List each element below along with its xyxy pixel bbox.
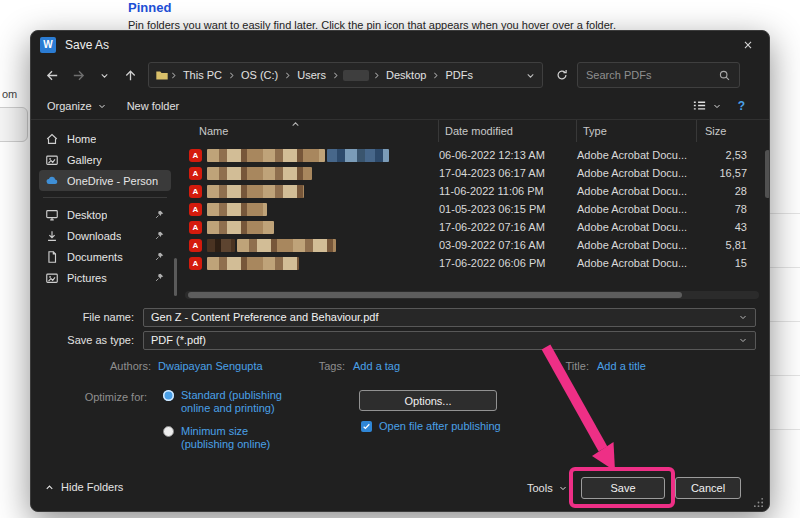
column-header-name[interactable]: Name [179, 120, 438, 142]
pin-icon[interactable] [154, 272, 165, 283]
chevron-right-icon [431, 71, 440, 80]
optimize-standard-radio[interactable]: Standard (publishing online and printing… [163, 389, 323, 415]
screenshot-root: Pinned Pin folders you want to easily fi… [0, 0, 800, 518]
chevron-down-icon[interactable] [738, 335, 748, 345]
file-row[interactable]: A 17-06-2022 06:06 PM Adobe Acrobat Docu… [179, 254, 761, 272]
file-row[interactable]: A 17-06-2022 07:16 AM Adobe Acrobat Docu… [179, 218, 761, 236]
dialog-main: Home Gallery OneDrive - Person Desktop [31, 120, 770, 302]
horizontal-scrollbar-thumb[interactable] [188, 292, 682, 298]
chevron-down-icon[interactable] [738, 312, 748, 322]
vertical-scrollbar[interactable] [765, 150, 770, 198]
authors-value-link[interactable]: Dwaipayan Sengupta [158, 360, 263, 372]
up-button[interactable] [118, 62, 142, 88]
resize-grip[interactable] [753, 497, 764, 508]
breadcrumb-desktop[interactable]: Desktop [381, 69, 431, 81]
organize-button[interactable]: Organize [47, 100, 107, 112]
home-icon [45, 132, 59, 146]
help-button[interactable]: ? [738, 99, 745, 113]
column-header-date-modified[interactable]: Date modified [438, 120, 576, 142]
refresh-icon [555, 68, 569, 82]
pdf-file-icon: A [189, 149, 202, 162]
pdf-file-icon: A [189, 203, 202, 216]
file-name-label: File name: [31, 311, 143, 323]
sidebar-item-onedrive[interactable]: OneDrive - Person [39, 170, 171, 191]
search-input[interactable] [586, 69, 718, 81]
pin-icon[interactable] [154, 230, 165, 241]
refresh-button[interactable] [549, 62, 575, 88]
sidebar-item-downloads[interactable]: Downloads [39, 225, 171, 246]
horizontal-scrollbar[interactable] [185, 291, 759, 299]
save-button[interactable]: Save [581, 477, 665, 499]
checkbox-checked-icon [361, 421, 372, 432]
radio-unselected-icon [163, 426, 174, 437]
page-card-edge [0, 107, 28, 142]
column-header-size[interactable]: Size [696, 120, 756, 142]
chevron-down-icon [712, 101, 722, 111]
save-as-type-select[interactable]: PDF (*.pdf) [143, 331, 756, 350]
options-button[interactable]: Options... [359, 390, 497, 411]
file-row[interactable]: A 17-04-2023 06:17 AM Adobe Acrobat Docu… [179, 164, 761, 182]
chevron-down-icon [99, 70, 110, 81]
forward-icon [71, 68, 86, 83]
add-tag-link[interactable]: Add a tag [353, 360, 400, 372]
file-row[interactable]: A 01-05-2023 06:15 PM Adobe Acrobat Docu… [179, 200, 761, 218]
breadcrumb-users[interactable]: Users [292, 69, 331, 81]
cancel-button[interactable]: Cancel [675, 477, 741, 499]
breadcrumb-os-c[interactable]: OS (C:) [236, 69, 283, 81]
hide-folders-button[interactable]: Hide Folders [44, 481, 123, 493]
dialog-titlebar[interactable]: W Save As [31, 31, 769, 58]
redacted-file-name [202, 257, 433, 270]
file-list-header: Name Date modified Type Size [179, 120, 770, 142]
file-row[interactable]: A 06-06-2022 12:13 AM Adobe Acrobat Docu… [179, 146, 761, 164]
chevron-right-icon [372, 71, 381, 80]
sidebar-item-documents[interactable]: Documents [39, 246, 171, 267]
redacted-file-name [202, 203, 433, 216]
new-folder-button[interactable]: New folder [127, 100, 180, 112]
save-as-dialog: W Save As [30, 30, 770, 512]
search-icon[interactable] [718, 69, 731, 82]
add-title-link[interactable]: Add a title [597, 360, 646, 372]
pin-icon[interactable] [154, 209, 165, 220]
file-row[interactable]: A 11-06-2022 11:06 PM Adobe Acrobat Docu… [179, 182, 761, 200]
navigation-bar: This PC OS (C:) Users Desktop PDFs [31, 58, 769, 92]
breadcrumb[interactable]: This PC OS (C:) Users Desktop PDFs [148, 62, 543, 88]
chevron-right-icon [331, 71, 340, 80]
authors-label: Authors: [61, 360, 151, 372]
view-mode-button[interactable] [692, 98, 722, 113]
breadcrumb-redacted-segment[interactable] [343, 70, 369, 81]
downloads-icon [45, 229, 59, 243]
word-app-icon: W [40, 37, 56, 53]
sidebar-item-gallery[interactable]: Gallery [39, 149, 171, 170]
tools-button[interactable]: Tools [527, 482, 568, 494]
forward-button[interactable] [67, 62, 91, 88]
chevron-right-icon [283, 71, 292, 80]
sidebar-scrollbar[interactable] [174, 258, 177, 296]
file-row[interactable]: A 03-09-2022 07:16 AM Adobe Acrobat Docu… [179, 236, 761, 254]
gallery-icon [45, 153, 59, 167]
optimize-minimum-radio[interactable]: Minimum size (publishing online) [163, 425, 323, 451]
open-after-publishing-checkbox[interactable]: Open file after publishing [361, 420, 501, 432]
file-name-input[interactable]: Gen Z - Content Preference and Behaviour… [143, 308, 756, 327]
sidebar-divider [43, 197, 167, 198]
radio-selected-icon [163, 390, 174, 401]
sidebar-item-pictures[interactable]: Pictures [39, 267, 171, 288]
pin-icon[interactable] [154, 251, 165, 262]
page-left-fragment: om [2, 88, 17, 100]
tags-label: Tags: [299, 360, 345, 372]
sidebar-item-desktop[interactable]: Desktop [39, 204, 171, 225]
file-list: Name Date modified Type Size A 06-06-202… [179, 120, 770, 302]
sidebar-item-home[interactable]: Home [39, 128, 171, 149]
breadcrumb-this-pc[interactable]: This PC [178, 69, 227, 81]
page-heading-link[interactable]: Pinned [128, 0, 171, 15]
breadcrumb-dropdown-chevron[interactable] [525, 70, 536, 81]
breadcrumb-pdfs[interactable]: PDFs [440, 69, 478, 81]
pdf-file-icon: A [189, 239, 202, 252]
back-button[interactable] [41, 62, 65, 88]
redacted-file-name [202, 221, 433, 234]
navigation-pane: Home Gallery OneDrive - Person Desktop [31, 120, 179, 302]
recent-locations-button[interactable] [92, 62, 116, 88]
chevron-down-icon [97, 101, 107, 111]
close-button[interactable] [727, 31, 769, 58]
details-view-icon [692, 98, 707, 113]
column-header-type[interactable]: Type [576, 120, 696, 142]
